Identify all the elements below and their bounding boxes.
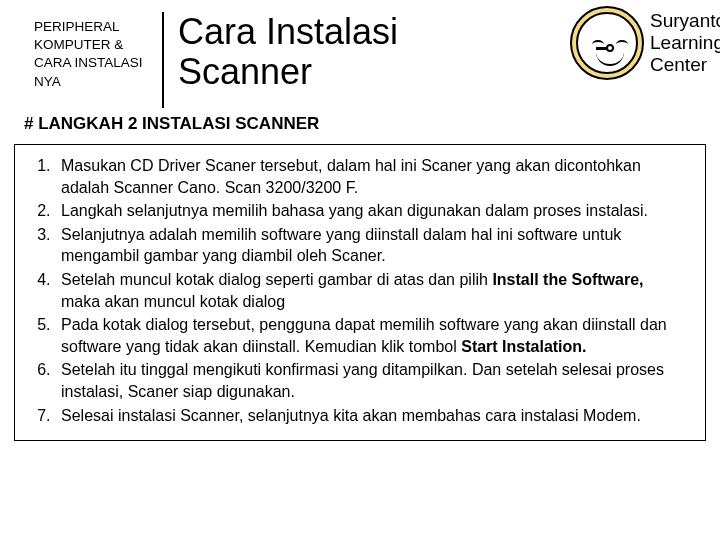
brand-name: Suryanto Learning Center — [650, 6, 708, 76]
list-item: Setelah muncul kotak dialog seperti gamb… — [55, 269, 687, 312]
step-post: maka akan muncul kotak dialog — [61, 293, 285, 310]
step-text: Setelah itu tinggal mengikuti konfirmasi… — [61, 361, 664, 400]
list-item: Setelah itu tinggal mengikuti konfirmasi… — [55, 359, 687, 402]
step-text: Selesai instalasi Scanner, selanjutnya k… — [61, 407, 641, 424]
brand-badge: Suryanto Learning Center — [570, 6, 708, 80]
page-title: Cara Instalasi Scanner — [170, 12, 398, 91]
steps-list: Masukan CD Driver Scaner tersebut, dalam… — [33, 155, 687, 426]
content-box: Masukan CD Driver Scaner tersebut, dalam… — [14, 144, 706, 441]
face-icon — [570, 6, 644, 80]
step-bold: Start Instalation. — [461, 338, 586, 355]
section-heading: # LANGKAH 2 INSTALASI SCANNER — [0, 108, 720, 140]
step-text: Langkah selanjutnya memilih bahasa yang … — [61, 202, 648, 219]
vertical-divider — [162, 12, 164, 108]
list-item: Masukan CD Driver Scaner tersebut, dalam… — [55, 155, 687, 198]
step-text: Selanjutnya adalah memilih software yang… — [61, 226, 621, 265]
list-item: Selanjutnya adalah memilih software yang… — [55, 224, 687, 267]
list-item: Selesai instalasi Scanner, selanjutnya k… — [55, 405, 687, 427]
title-line-2: Scanner — [178, 52, 398, 92]
kicker-text: PERIPHERAL KOMPUTER & CARA INSTALASI NYA — [0, 12, 148, 91]
list-item: Pada kotak dialog tersebut, pengguna dap… — [55, 314, 687, 357]
list-item: Langkah selanjutnya memilih bahasa yang … — [55, 200, 687, 222]
step-bold: Install the Software, — [492, 271, 643, 288]
title-line-1: Cara Instalasi — [178, 12, 398, 52]
step-text: Masukan CD Driver Scaner tersebut, dalam… — [61, 157, 641, 196]
step-text: Setelah muncul kotak dialog seperti gamb… — [61, 271, 492, 288]
